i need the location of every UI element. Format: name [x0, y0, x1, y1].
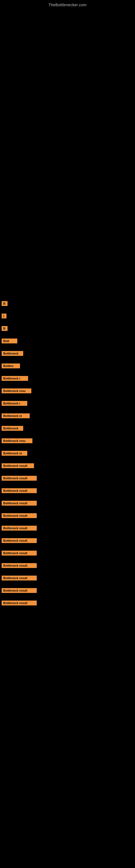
- list-item: Bottleneck re: [0, 448, 135, 459]
- list-item: Bott: [0, 336, 135, 347]
- bottleneck-result-label: B: [2, 301, 8, 306]
- bottleneck-result-label: Bottlen: [2, 364, 20, 368]
- list-item: Bottleneck result: [0, 474, 135, 484]
- chart-area: [0, 9, 135, 293]
- list-item: Bottleneck resu: [0, 436, 135, 446]
- bottleneck-result-label: Bottleneck r: [2, 401, 27, 406]
- bottleneck-result-label: Bott: [2, 339, 17, 343]
- bottleneck-result-label: |: [2, 314, 6, 318]
- list-item: B: [0, 299, 135, 309]
- list-item: Bottleneck re: [0, 411, 135, 422]
- list-item: Bottleneck result: [0, 499, 135, 509]
- list-item: Bottleneck result: [0, 598, 135, 609]
- bottleneck-result-label: Bottleneck result: [2, 488, 37, 493]
- list-item: Bottleneck result: [0, 536, 135, 546]
- list-item: Bottleneck r: [0, 374, 135, 384]
- bottleneck-result-label: Bottleneck result: [2, 476, 37, 480]
- site-header: TheBottlenecker.com: [0, 0, 135, 9]
- list-item: Bottleneck resu: [0, 386, 135, 397]
- list-item: Bottleneck: [0, 424, 135, 434]
- list-item: B: [0, 324, 135, 334]
- list-item: Bottleneck result: [0, 524, 135, 534]
- list-item: Bottleneck result: [0, 549, 135, 559]
- list-item: Bottleneck result: [0, 574, 135, 584]
- bottleneck-result-label: Bottleneck result: [2, 526, 37, 531]
- list-item: |: [0, 311, 135, 322]
- bottleneck-result-label: Bottleneck re: [2, 451, 27, 456]
- list-item: Bottleneck result: [0, 511, 135, 521]
- bottleneck-result-label: Bottleneck result: [2, 563, 37, 568]
- bottleneck-result-label: Bottleneck result: [2, 576, 37, 581]
- bottleneck-result-label: Bottleneck result: [2, 551, 37, 556]
- bottleneck-result-label: Bottleneck resu: [2, 438, 32, 443]
- bottleneck-result-label: Bottleneck result: [2, 463, 34, 468]
- site-title: TheBottlenecker.com: [0, 0, 135, 9]
- bottleneck-result-label: Bottleneck result: [2, 588, 37, 593]
- bottleneck-result-label: Bottleneck r: [2, 376, 28, 381]
- bottleneck-result-label: Bottleneck result: [2, 538, 37, 543]
- bottleneck-result-label: Bottleneck resu: [2, 389, 31, 393]
- list-item: Bottleneck result: [0, 561, 135, 571]
- bottleneck-items-list: B|BBottBottleneckBottlenBottleneck rBott…: [0, 299, 135, 616]
- bottleneck-result-label: Bottleneck result: [2, 513, 37, 518]
- list-item: Bottleneck: [0, 349, 135, 359]
- bottleneck-result-label: Bottleneck result: [2, 600, 37, 606]
- list-item: Bottleneck r: [0, 399, 135, 409]
- bottleneck-result-label: B: [2, 326, 8, 331]
- list-item: Bottleneck result: [0, 461, 135, 471]
- list-item: Bottlen: [0, 361, 135, 372]
- bottleneck-result-label: Bottleneck result: [2, 501, 37, 506]
- bottleneck-result-label: Bottleneck re: [2, 413, 30, 418]
- bottleneck-result-label: Bottleneck: [2, 426, 23, 431]
- list-item: Bottleneck result: [0, 586, 135, 596]
- bottleneck-result-label: Bottleneck: [2, 351, 23, 356]
- list-item: Bottleneck result: [0, 486, 135, 496]
